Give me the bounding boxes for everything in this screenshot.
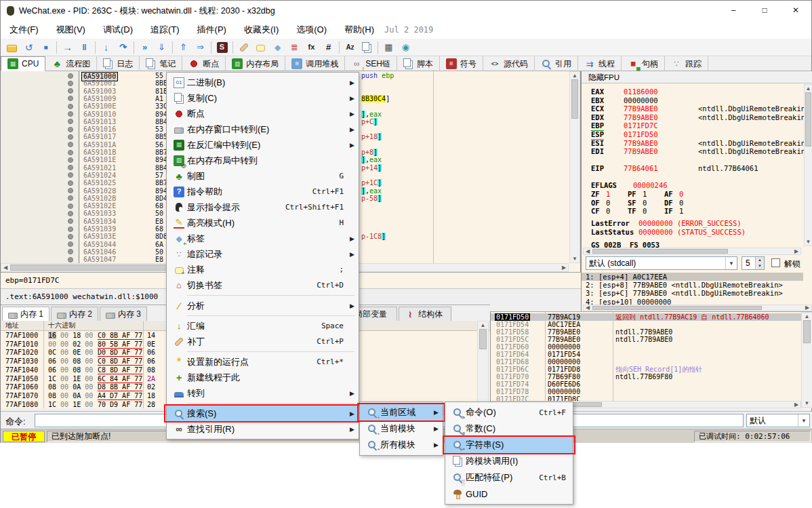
menu-item-search-guid[interactable]: GUID <box>445 486 573 502</box>
menubar-item-8[interactable]: 帮助(H) <box>336 21 383 39</box>
tab-breakpoints[interactable]: 断点 <box>182 56 226 71</box>
menubar-item-1[interactable]: 文件(F) <box>1 21 47 39</box>
toolbar-patch-button[interactable] <box>235 40 252 55</box>
menu-item-search-string[interactable]: “字符串(S) <box>445 437 573 453</box>
stack-row[interactable]: 0171FD7800000000 <box>491 388 801 395</box>
tab-source[interactable]: <>源代码 <box>483 56 535 71</box>
menu-item-mnemonic-brief[interactable]: 显示指令提示Ctrl+Shift+F1 <box>167 199 359 215</box>
lasterror-row[interactable]: LastError00000000 (ERROR_SUCCESS) <box>582 219 803 228</box>
toolbar-hash-button[interactable]: # <box>320 40 337 55</box>
toolbar-run-to-cursor-button[interactable]: » <box>136 40 153 55</box>
arg-count-spinner[interactable]: 5▲▼ <box>742 256 765 270</box>
minimize-button[interactable]: – <box>718 1 749 20</box>
menu-item-follow-memmap[interactable]: ▥@在内存布局中转到 <box>167 153 359 168</box>
register-row-eax[interactable]: EAX01186000 <box>582 87 803 96</box>
vertical-scrollbar[interactable]: ▲▼ <box>569 71 580 263</box>
tab-references[interactable]: 引用 <box>535 56 578 71</box>
flags-row[interactable]: ZF1PF1AF0 <box>582 190 803 199</box>
toolbar-execute-till-return-button[interactable]: ⇓ <box>153 40 170 55</box>
toolbar-az-button[interactable]: Az <box>342 40 359 55</box>
menu-item-highlight[interactable]: ✎高亮模式(H)H <box>167 215 359 231</box>
toolbar-calculator-button[interactable]: ▦ <box>380 40 397 55</box>
stack-row[interactable]: 0171FD6C0171FDD8指向SEH_Record[1]的指针 <box>491 366 801 373</box>
vertical-scrollbar[interactable]: ▲▼ <box>801 312 812 408</box>
menu-item-graph[interactable]: ♣制图G <box>167 168 359 184</box>
toolbar-modules-button[interactable] <box>359 40 375 55</box>
register-row-edx[interactable]: EDX77B9ABE0<ntdll.DbgUiRemoteBreakin> <box>582 113 803 122</box>
toolbar-run-button[interactable]: → <box>59 40 76 55</box>
tab-symbols[interactable]: ≡符号 <box>440 56 483 71</box>
register-row-esp[interactable]: ESP0171FD50 <box>582 130 803 139</box>
toolbar-open-folder-button[interactable] <box>3 40 20 55</box>
menu-item-search-region[interactable]: ▪当前区域▶ <box>360 404 443 421</box>
tab-seh[interactable]: ∞!SEH链 <box>345 56 397 71</box>
toolbar-step-into-button[interactable]: ↓ <box>98 40 115 55</box>
register-row-edi[interactable]: EDI77B9ABE0<ntdll.DbgUiRemoteBreakin> <box>582 147 803 156</box>
menu-item-patch[interactable]: 补丁Ctrl+P <box>167 334 359 349</box>
menu-item-follow-dump[interactable]: 在内存窗口中转到(E)▶ <box>167 121 359 137</box>
menu-item-search-command[interactable]: >命令(O)Ctrl+F <box>445 404 573 421</box>
register-row-eip[interactable]: EIP77B64061ntdll.77B64061 <box>582 164 803 173</box>
argument-row[interactable]: 2: [esp+8] 77B9ABE0 <ntdll.DbgUiRemoteBr… <box>582 281 803 289</box>
register-row-ebp[interactable]: EBP0171FD7C <box>582 121 803 130</box>
toolbar-settings-globe-button[interactable]: ◉ <box>397 40 414 55</box>
menu-item-references[interactable]: ∞查找引用(R)▶ <box>167 421 359 437</box>
command-profile-combo[interactable]: 默认 ▼ <box>746 414 810 427</box>
tab-trace[interactable]: ∵跟踪 <box>665 56 708 71</box>
menu-item-new-origin[interactable]: *设置新的运行点Ctrl+* <box>167 354 359 370</box>
stack-row[interactable]: 0171FD7077B69F80ntdll.77B69F80 <box>491 373 801 380</box>
bottom-tab-dump3[interactable]: 内存 3 <box>100 307 147 321</box>
calling-convention-combo[interactable]: 默认 (stdcall)▼ <box>586 256 737 270</box>
menu-item-analyze[interactable]: ∕分析▶ <box>167 298 359 313</box>
menu-item-trace-record[interactable]: ∵追踪记录▶ <box>167 246 359 262</box>
stack-row[interactable]: 0171FD5877B9ABE0ntdll.77B9ABE0 <box>491 328 801 336</box>
menu-item-assemble[interactable]: ↓汇编Space <box>167 318 359 334</box>
stack-row[interactable]: 0171FD74D60FE6D6 <box>491 380 801 388</box>
toolbar-pause-button[interactable]: ‖ <box>76 40 93 55</box>
menu-item-search-pattern[interactable]: ▒匹配特征(P)Ctrl+B <box>445 469 573 486</box>
tab-cpu[interactable]: ▦CPU <box>1 56 45 71</box>
maximize-button[interactable]: □ <box>749 1 780 20</box>
toolbar-labels-button[interactable]: ◆ <box>269 40 286 55</box>
menu-item-comment[interactable]: +注释; <box>167 262 359 277</box>
vertical-scrollbar[interactable]: ▲▼ <box>804 84 812 246</box>
unlock-checkbox[interactable] <box>771 258 780 267</box>
stack-row[interactable]: 0171FD6800000000 <box>491 358 801 366</box>
tab-memory-map[interactable]: ▥内存布局 <box>226 56 285 71</box>
menubar-item-4[interactable]: 追踪(T) <box>142 21 188 39</box>
tab-call-stack[interactable]: ≡调用堆栈 <box>285 56 345 71</box>
tab-graph[interactable]: ♣流程图 <box>45 56 97 71</box>
menubar-item-6[interactable]: 收藏夹(I) <box>235 21 287 39</box>
tab-notes[interactable]: 笔记 <box>140 56 182 71</box>
vertical-scrollbar[interactable]: ▲▼ <box>477 321 489 408</box>
stack-row[interactable]: 0171FD54A0C17EEA <box>491 321 801 328</box>
flags-row[interactable]: CF0TF0IF1 <box>582 207 803 216</box>
toolbar-restart-button[interactable]: ↺ <box>20 40 37 55</box>
toolbar-bookmarks-button[interactable]: ≣ <box>286 40 303 55</box>
menubar-item-2[interactable]: 视图(V) <box>47 21 94 39</box>
tab-threads[interactable]: ⇉线程 <box>578 56 622 71</box>
menu-item-goto[interactable]: 转到▶ <box>167 385 359 401</box>
horizontal-scrollbar[interactable]: ◀▶ <box>583 248 801 255</box>
menu-item-copy[interactable]: 复制(C)▶ <box>167 90 359 106</box>
menu-item-bookmark[interactable]: ⌂切换书签Ctrl+D <box>167 277 359 293</box>
toolbar-stop-button[interactable]: ■ <box>37 40 54 55</box>
toolbar-step-out-button[interactable]: ⇑ <box>175 40 192 55</box>
register-row-ecx[interactable]: ECX77B9ABE0<ntdll.DbgUiRemoteBreakin> <box>582 104 803 113</box>
laststatus-row[interactable]: LastStatus00000000 (STATUS_SUCCESS) <box>582 228 803 237</box>
stack-row[interactable]: 0171FD640171FD54 <box>491 351 801 358</box>
menu-item-search-constant[interactable]: #常数(C) <box>445 421 573 437</box>
bottom-tab-struct[interactable]: ≀结构体 <box>399 307 451 321</box>
horizontal-scrollbar[interactable]: ◀▶ <box>583 305 812 311</box>
argument-row[interactable]: 1: [esp+4] A0C17EEA <box>582 273 803 281</box>
menubar-item-7[interactable]: 选项(O) <box>287 21 336 39</box>
tab-handles[interactable]: ◼◼句柄 <box>622 56 665 71</box>
register-row-esi[interactable]: ESI77B9ABE0<ntdll.DbgUiRemoteBreakin> <box>582 139 803 148</box>
stack-row[interactable]: 0171FD6000000000 <box>491 343 801 351</box>
toolbar-step-over-button[interactable]: ↷ <box>115 40 131 55</box>
eflags-row[interactable]: EFLAGS00000246 <box>582 181 803 190</box>
register-row-ebx[interactable]: EBX00000000 <box>582 96 803 105</box>
toolbar-fx-button[interactable]: fx <box>303 40 320 55</box>
toolbar-run-to-user-code-button[interactable]: ⇒ <box>192 40 209 55</box>
menu-item-binary[interactable]: 01二进制(B)▶ <box>167 75 359 90</box>
